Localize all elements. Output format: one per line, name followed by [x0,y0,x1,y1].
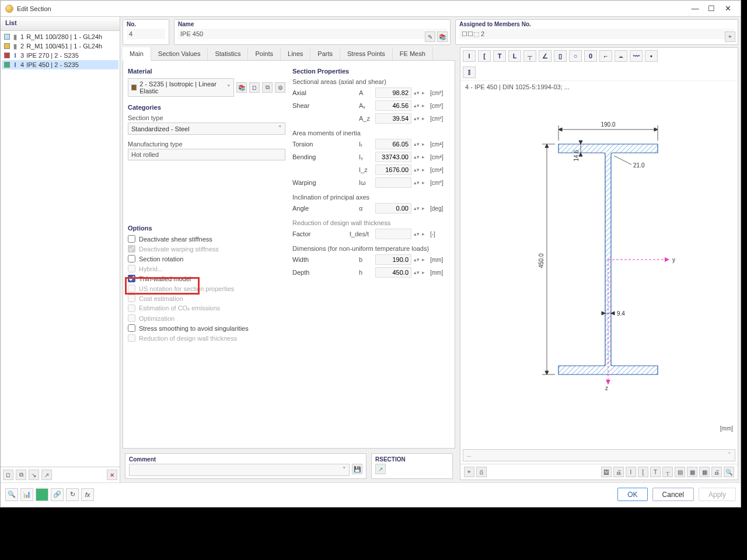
dim-r: 21.0 [633,162,645,169]
apply-button[interactable]: Apply [699,488,736,501]
list-item[interactable]: I 3 IPE 270 | 2 - S235 [2,51,118,60]
z-btn[interactable]: ⌐ [599,50,612,62]
name-input[interactable] [178,29,446,39]
help-icon[interactable]: 🔍 [5,488,18,501]
name-label: Name [178,21,446,27]
calc-icon[interactable]: 📊 [20,488,33,501]
sidebar: List ▮ 1 R_M1 100/280 | 1 - GL24h ▮ 2 R_… [1,17,120,482]
tab-lines[interactable]: Lines [281,47,310,60]
comment-save-icon[interactable]: 💾 [352,464,362,474]
depth-input[interactable] [375,267,411,278]
opt-stress-smoothing[interactable]: Stress smoothing to avoid singularities [128,324,285,332]
tab-fe-mesh[interactable]: FE Mesh [393,47,433,60]
cancel-button[interactable]: Cancel [652,488,694,501]
torsion-input[interactable] [375,139,411,149]
no-field: No. [123,19,169,45]
list-item[interactable]: ▮ 2 R_M1 100/451 | 1 - GL24h [2,41,118,51]
comment-dropdown[interactable]: ˅ [129,464,350,476]
preview-canvas[interactable]: 190.0 450.0 14.6 [460,93,738,447]
lbeam-btn[interactable]: L [508,50,521,62]
cbeam-btn[interactable]: [ [478,50,491,62]
t2-btn[interactable]: ┬ [523,50,536,62]
minimize-button[interactable]: — [687,3,703,15]
axial-input[interactable] [375,88,411,98]
preview-unit: [mm] [720,425,733,432]
tab-statistics[interactable]: Statistics [208,47,248,60]
dialog-footer: 🔍 📊 🔗 ↻ fx OK Cancel Apply [1,482,741,506]
material-lib-icon[interactable]: 📚 [236,82,247,93]
preview-footer-left: -- [467,452,471,459]
edit-icon[interactable]: ✎ [425,32,435,42]
pv-i-icon[interactable]: I [626,467,636,477]
pv-search-icon[interactable]: 🔍 [724,467,734,477]
shear-z-input[interactable] [375,113,411,124]
double-btn[interactable]: ⫠ [615,50,627,62]
oval-btn[interactable]: 0 [584,50,597,62]
pv-print-icon[interactable]: 🖨 [613,467,624,477]
pv-grid-icon[interactable]: ▤ [675,467,685,477]
ibeam-alt-btn[interactable]: 𝕀 [463,66,476,78]
opt-thin-walled[interactable]: Thin-walled model [128,275,285,282]
material-dropdown[interactable]: 2 - S235 | Isotropic | Linear Elastic ˅ [128,78,234,97]
section-type-dropdown[interactable]: Standardized - Steel ˅ [128,123,285,135]
pv-t-icon[interactable]: T [650,467,661,477]
pv-c-icon[interactable]: [ [638,467,648,477]
misc-btn[interactable]: • [645,50,658,62]
warping-input [375,177,411,188]
tab-section-values[interactable]: Section Values [151,47,208,60]
material-new-icon[interactable]: 🗋 [249,82,260,93]
rsection-icon[interactable]: ↗ [375,464,386,474]
list-item[interactable]: I 4 IPE 450 | 2 - S235 [2,60,118,69]
pv-print2-icon[interactable]: 🖨 [711,467,722,477]
check-in-icon[interactable]: ↘ [29,470,39,480]
ibeam-btn[interactable]: I [463,50,476,62]
material-copy-icon[interactable]: ⧉ [262,82,273,93]
ok-button[interactable]: OK [617,488,647,501]
fx-icon[interactable]: fx [81,488,94,501]
pv-colors-icon[interactable]: ▦ [699,467,710,477]
tab-points[interactable]: Points [248,47,281,60]
bending-z-input[interactable] [375,164,411,175]
pick-icon[interactable]: ⌖ [725,32,735,42]
new-icon[interactable]: 🗋 [3,470,13,480]
delete-icon[interactable]: ✕ [107,470,117,480]
no-input[interactable] [127,29,165,39]
opt-section-rotation[interactable]: Section rotation [128,255,285,262]
wave-btn[interactable]: 〰 [630,50,643,62]
tab-parts[interactable]: Parts [310,47,340,60]
close-button[interactable]: ✕ [720,3,736,15]
angle-input[interactable] [375,203,411,214]
pv-photo-icon[interactable]: 🖼 [601,467,612,477]
circle-btn[interactable]: ○ [569,50,582,62]
width-input[interactable] [375,254,411,265]
opt-deactivate-shear[interactable]: Deactivate shear stiffness [128,235,285,243]
refresh-icon[interactable]: ↻ [66,488,79,501]
pv-t2-icon[interactable]: ┬ [662,467,673,477]
copy-icon[interactable]: ⧉ [16,470,26,480]
tbeam-btn[interactable]: T [493,50,506,62]
props-header: Section Properties [292,68,450,75]
link-icon[interactable]: 🔗 [51,488,64,501]
library-icon[interactable]: 📚 [437,32,448,42]
rect-icon: ▮ [12,43,18,49]
no-label: No. [127,21,165,27]
list-item-text: R_M1 100/451 | 1 - GL24h [26,43,102,50]
manufacturing-label: Manufacturing type [128,141,285,148]
assigned-input[interactable] [459,29,734,39]
tab-main[interactable]: Main [123,47,151,61]
color-icon[interactable] [36,488,48,501]
window-title: Edit Section [17,5,51,12]
pv-tool1[interactable]: ⌖ [464,467,474,477]
list-item[interactable]: ▮ 1 R_M1 100/280 | 1 - GL24h [2,32,118,41]
shear-y-input[interactable] [375,100,411,111]
maximize-button[interactable]: ☐ [703,3,720,15]
bending-y-input[interactable] [375,152,411,162]
rect-btn[interactable]: ▯ [554,50,567,62]
preview-selector[interactable]: -- ˅ [463,449,735,461]
check-out-icon[interactable]: ↗ [41,470,52,480]
pv-grid2-icon[interactable]: ▦ [687,467,697,477]
angle-btn[interactable]: ∠ [539,50,551,62]
pv-tool2[interactable]: ⎙ [476,467,487,477]
material-settings-icon[interactable]: ⚙ [275,82,285,93]
tab-stress-points[interactable]: Stress Points [340,47,393,60]
